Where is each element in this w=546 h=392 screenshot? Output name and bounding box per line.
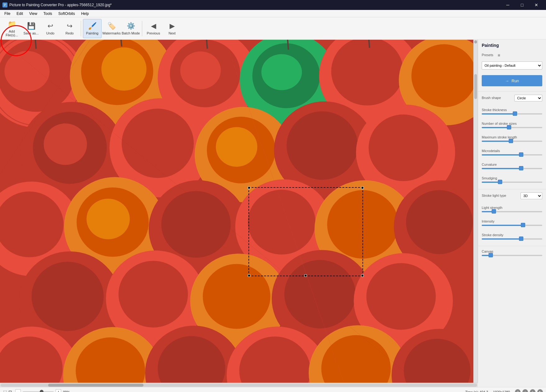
selection-handle-tl[interactable] bbox=[248, 187, 250, 189]
scrollbar-track-v[interactable] bbox=[474, 74, 477, 99]
status-bar: ⬚ ⊡ − + 99% Time (s): 404.3 1920x1280 ? … bbox=[0, 387, 546, 392]
menu-file[interactable]: File bbox=[1, 11, 13, 17]
svg-point-46 bbox=[119, 261, 188, 327]
batch-mode-button[interactable]: ⚙️ Batch Mode bbox=[121, 19, 140, 38]
canvas-track[interactable] bbox=[482, 255, 542, 256]
add-file-button[interactable]: 📁 Add File(s)... bbox=[2, 19, 21, 38]
stroke-light-dropdown[interactable]: 3D bbox=[521, 192, 542, 199]
max-stroke-length-thumb[interactable] bbox=[509, 139, 513, 143]
zoom-fit-icon[interactable]: ⊡ bbox=[8, 390, 12, 392]
microdetails-track[interactable] bbox=[482, 154, 542, 155]
max-stroke-length-track[interactable] bbox=[482, 141, 542, 142]
social-icons: ? i t ▶ bbox=[515, 389, 543, 392]
curvature-fill bbox=[482, 168, 521, 169]
stroke-density-track[interactable] bbox=[482, 238, 542, 240]
app-icon: P bbox=[2, 2, 7, 7]
smudging-fill bbox=[482, 182, 500, 183]
menu-view[interactable]: View bbox=[26, 11, 40, 17]
dimensions-status: 1920x1280 bbox=[493, 390, 510, 392]
redo-label: Redo bbox=[66, 31, 74, 35]
stroke-density-section: Stroke density bbox=[478, 231, 546, 241]
selection-rectangle[interactable] bbox=[248, 187, 363, 276]
stroke-light-label: Stroke light type bbox=[482, 194, 506, 197]
time-status: Time (s): 404.3 bbox=[465, 390, 488, 392]
smudging-thumb[interactable] bbox=[498, 180, 502, 184]
vertical-scrollbar[interactable] bbox=[473, 40, 478, 383]
presets-icon[interactable]: ≡ bbox=[495, 52, 503, 59]
canvas-thumb[interactable] bbox=[489, 253, 493, 257]
next-icon: ▶ bbox=[170, 22, 175, 30]
presets-label: Presets bbox=[482, 53, 493, 57]
scrollbar-thumb-v[interactable] bbox=[474, 40, 477, 43]
svg-point-36 bbox=[161, 191, 230, 258]
save-icon: 💾 bbox=[27, 22, 35, 30]
selection-handle-bm[interactable] bbox=[304, 274, 307, 277]
run-button[interactable]: → Run bbox=[482, 75, 542, 86]
presets-dropdown[interactable]: Oil painting - Default bbox=[482, 61, 542, 70]
selection-handle-br[interactable] bbox=[361, 274, 364, 277]
run-label: Run bbox=[512, 79, 519, 83]
stroke-density-thumb[interactable] bbox=[519, 237, 523, 241]
help-icon[interactable]: ? bbox=[515, 389, 521, 392]
zoom-out-button[interactable]: − bbox=[15, 389, 21, 392]
light-strength-track[interactable] bbox=[482, 211, 542, 212]
selection-handle-tr[interactable] bbox=[361, 187, 364, 189]
num-stroke-sizes-fill bbox=[482, 127, 509, 128]
undo-button[interactable]: ↩ Undo bbox=[41, 19, 60, 38]
fit-view-icon[interactable]: ⬚ bbox=[3, 390, 7, 392]
zoom-in-button[interactable]: + bbox=[56, 389, 61, 392]
stroke-thickness-section: Stroke thickness bbox=[478, 106, 546, 116]
intensity-thumb[interactable] bbox=[521, 223, 525, 227]
close-button[interactable]: ✕ bbox=[529, 0, 544, 10]
save-as-button[interactable]: 💾 Save as... bbox=[22, 19, 40, 38]
curvature-track[interactable] bbox=[482, 168, 542, 169]
stroke-thickness-track[interactable] bbox=[482, 113, 542, 115]
canvas-area[interactable] bbox=[0, 40, 478, 383]
scrollbar-thumb-h[interactable] bbox=[48, 384, 143, 387]
status-left: ⬚ ⊡ − + 99% bbox=[3, 389, 70, 392]
light-strength-thumb[interactable] bbox=[492, 209, 496, 214]
window-title: Picture to Painting Converter Pro - appl… bbox=[9, 3, 112, 7]
twitter-icon[interactable]: t bbox=[530, 389, 535, 392]
toolbar: 📁 Add File(s)... 💾 Save as... ↩ Undo ↪ R… bbox=[0, 17, 546, 40]
view-icons: ⬚ ⊡ bbox=[3, 390, 12, 392]
intensity-track[interactable] bbox=[482, 225, 542, 226]
next-button[interactable]: ▶ Next bbox=[163, 19, 181, 38]
menu-edit[interactable]: Edit bbox=[13, 11, 26, 17]
previous-button[interactable]: ◀ Previous bbox=[144, 19, 163, 38]
brush-shape-dropdown[interactable]: Circle bbox=[514, 95, 542, 101]
svg-point-27 bbox=[287, 111, 358, 180]
microdetails-thumb[interactable] bbox=[519, 152, 523, 157]
menu-help[interactable]: Help bbox=[78, 11, 92, 17]
svg-point-44 bbox=[32, 262, 104, 331]
maximize-button[interactable]: □ bbox=[515, 0, 529, 10]
num-stroke-sizes-track[interactable] bbox=[482, 127, 542, 128]
painting-button[interactable]: 🖌️ Painting bbox=[83, 19, 102, 38]
selection-handle-bl[interactable] bbox=[248, 274, 250, 277]
stroke-density-label: Stroke density bbox=[482, 233, 503, 237]
undo-icon: ↩ bbox=[48, 22, 53, 30]
minimize-button[interactable]: ─ bbox=[501, 0, 515, 10]
save-as-label: Save as... bbox=[24, 31, 39, 35]
stroke-thickness-thumb[interactable] bbox=[513, 111, 517, 116]
menu-tools[interactable]: Tools bbox=[40, 11, 55, 17]
info-icon[interactable]: i bbox=[522, 389, 528, 392]
youtube-icon[interactable]: ▶ bbox=[537, 389, 543, 392]
batch-icon: ⚙️ bbox=[127, 22, 135, 30]
separator-2 bbox=[142, 21, 142, 36]
max-stroke-length-section: Maximum stroke length bbox=[478, 133, 546, 144]
svg-point-42 bbox=[406, 190, 473, 254]
divider-3 bbox=[478, 246, 546, 246]
watermarks-button[interactable]: 🏷️ Watermarks bbox=[102, 19, 121, 38]
painting-icon: 🖌️ bbox=[88, 22, 97, 30]
num-stroke-sizes-thumb[interactable] bbox=[507, 125, 511, 129]
curvature-thumb[interactable] bbox=[519, 166, 523, 170]
presets-section: Presets ≡ Oil painting - Default bbox=[478, 50, 546, 71]
painting-label: Painting bbox=[86, 31, 98, 35]
horizontal-scrollbar[interactable] bbox=[0, 383, 478, 387]
smudging-track[interactable] bbox=[482, 182, 542, 183]
zoom-thumb[interactable] bbox=[40, 390, 43, 392]
watermarks-icon: 🏷️ bbox=[107, 22, 116, 30]
menu-softorbits[interactable]: SoftOrbits bbox=[55, 11, 78, 17]
redo-button[interactable]: ↪ Redo bbox=[60, 19, 79, 38]
